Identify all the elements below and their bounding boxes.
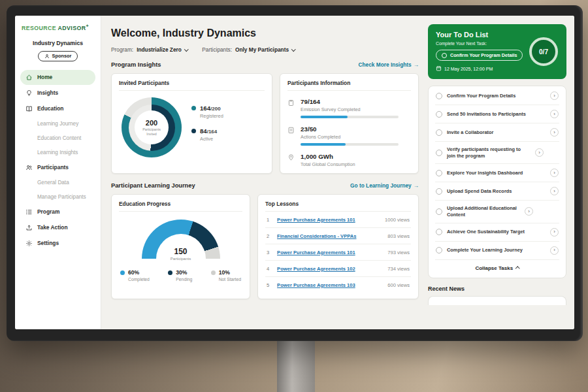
participants-filter-label: Participants: xyxy=(202,46,232,53)
chevron-right-button[interactable]: › xyxy=(550,128,559,137)
card-title: Education Progress xyxy=(119,201,242,212)
chevron-right-button[interactable]: › xyxy=(550,246,559,255)
task-row[interactable]: Explore Your Insights Dashboard › xyxy=(435,164,559,182)
task-row[interactable]: Upload Additional Educational Content › xyxy=(435,201,559,223)
donut-legend: 164/200 Registered 84/164 Active xyxy=(191,105,223,150)
monitor-stand xyxy=(277,336,315,392)
sidebar-item-home[interactable]: Home xyxy=(20,70,95,85)
sidebar: RESOURCE ADVISOR+ Industry Dynamics Spon… xyxy=(15,16,101,329)
checkbox-circle-icon[interactable] xyxy=(436,247,442,253)
chevron-right-button[interactable]: › xyxy=(550,169,559,177)
sidebar-item-manage-participants[interactable]: Manage Participants xyxy=(20,190,95,204)
checkbox-circle-icon[interactable] xyxy=(436,229,442,235)
sidebar-item-insights[interactable]: Insights xyxy=(20,86,95,101)
list-icon xyxy=(25,208,33,216)
sidebar-item-settings[interactable]: Settings xyxy=(20,236,95,251)
sponsor-badge-label: Sponsor xyxy=(52,53,72,59)
sidebar-item-participants[interactable]: Participants xyxy=(20,160,95,175)
monitor-bezel: RESOURCE ADVISOR+ Industry Dynamics Spon… xyxy=(7,5,583,341)
task-row[interactable]: Invite a Collaborator › xyxy=(435,123,559,142)
checkbox-circle-icon[interactable] xyxy=(436,93,442,99)
task-row[interactable]: Verify participants requesting to join t… xyxy=(435,142,559,164)
sidebar-item-label: Learning Journey xyxy=(37,121,78,127)
chevron-right-button[interactable]: › xyxy=(550,110,559,118)
sidebar-item-label: Education xyxy=(37,105,63,112)
card-title: Invited Participants xyxy=(119,80,265,91)
chevron-right-button[interactable]: › xyxy=(550,228,559,237)
lesson-link[interactable]: Financial Considerations - VPPAs xyxy=(277,233,382,239)
task-row[interactable]: Send 50 Invitations to Participants › xyxy=(435,105,559,123)
page-title: Welcome, Industry Dynamics xyxy=(111,27,419,39)
sidebar-item-learning-insights[interactable]: Learning Insights xyxy=(20,146,95,159)
chevron-right-button[interactable]: › xyxy=(550,91,559,100)
person-icon xyxy=(44,54,50,59)
chevron-right-button[interactable]: › xyxy=(550,187,559,195)
stat-row: 1,000 GWh Total Global Consumption xyxy=(287,153,411,167)
sidebar-item-label: Learning Insights xyxy=(37,150,78,155)
progress-bar xyxy=(301,143,399,146)
chevron-right-button[interactable]: › xyxy=(525,207,533,216)
task-row[interactable]: Complete Your Learning Journey › xyxy=(435,242,559,260)
sidebar-item-label: Settings xyxy=(37,240,59,246)
donut-center-label: Participants Invited xyxy=(139,127,165,136)
checkbox-circle-icon[interactable] xyxy=(436,170,442,176)
top-lessons-card: Top Lessons 1 Power Purchase Agreements … xyxy=(257,194,419,299)
checkbox-circle-icon[interactable] xyxy=(436,129,442,136)
participants-select[interactable]: Only My Participants xyxy=(235,46,295,53)
lesson-link[interactable]: Power Purchase Agreements 101 xyxy=(277,217,380,223)
sidebar-item-education[interactable]: Education xyxy=(20,101,95,116)
people-icon xyxy=(25,164,33,171)
checkbox-circle-icon xyxy=(442,53,447,58)
sidebar-item-label: Participants xyxy=(37,164,69,171)
chevron-down-icon xyxy=(291,47,295,51)
sidebar-item-take-action[interactable]: Take Action xyxy=(20,220,95,235)
task-row[interactable]: Achieve One Sustainability Target › xyxy=(435,223,559,242)
org-name: Industry Dynamics xyxy=(20,40,95,46)
todo-progress-ring: 0/7 xyxy=(529,37,558,66)
lesson-row: 3 Power Purchase Agreements 101 793 view… xyxy=(265,244,411,261)
program-select-value: Industrialize Zero xyxy=(137,46,182,53)
lesson-link[interactable]: Power Purchase Agreements 103 xyxy=(277,282,382,288)
next-task-pill[interactable]: Confirm Your Program Details xyxy=(436,50,523,61)
legend-item: 10% Not Started xyxy=(211,269,241,282)
clipboard-icon xyxy=(287,98,295,118)
checkbox-circle-icon[interactable] xyxy=(436,188,442,195)
check-more-insights-link[interactable]: Check More Insights→ xyxy=(359,61,419,68)
main-content: Welcome, Industry Dynamics Program: Indu… xyxy=(101,16,428,329)
logo-plus: + xyxy=(86,24,89,28)
go-to-learning-journey-link[interactable]: Go to Learning Journey→ xyxy=(350,182,419,189)
gauge-legend: 60% Completed 30% Pending xyxy=(119,269,242,282)
program-insights-heading: Program Insights xyxy=(111,61,161,68)
progress-bar xyxy=(301,116,399,118)
gauge-center-label: Participants xyxy=(140,257,221,261)
checkbox-circle-icon[interactable] xyxy=(436,111,442,118)
upload-action-icon xyxy=(25,224,33,231)
checkbox-circle-icon[interactable] xyxy=(436,150,442,156)
chevron-right-button[interactable]: › xyxy=(535,148,544,157)
task-row[interactable]: Upload Spend Data Records › xyxy=(435,182,559,201)
lesson-row: 5 Power Purchase Agreements 103 600 view… xyxy=(265,277,411,293)
stat-row: 23/50 Actions Completed xyxy=(287,125,411,146)
legend-dot-completed xyxy=(120,270,125,275)
recent-news-card xyxy=(428,296,566,305)
education-progress-gauge-chart: 150 Participants xyxy=(140,220,221,261)
checkbox-circle-icon[interactable] xyxy=(436,208,442,215)
todo-panel: Your To Do List Complete Your Next Task:… xyxy=(428,16,574,329)
lesson-row: 1 Power Purchase Agreements 101 1000 vie… xyxy=(265,212,411,228)
legend-item: 84/164 Active xyxy=(191,127,223,142)
lesson-link[interactable]: Power Purchase Agreements 102 xyxy=(277,266,382,272)
task-row[interactable]: Confirm Your Program Details › xyxy=(435,87,559,105)
legend-dot-registered xyxy=(191,106,196,110)
collapse-tasks-button[interactable]: Collapse Tasks xyxy=(435,260,559,277)
program-select[interactable]: Industrialize Zero xyxy=(137,46,188,53)
gear-icon xyxy=(25,240,33,247)
sidebar-item-general-data[interactable]: General Data xyxy=(20,176,95,189)
sidebar-item-learning-journey[interactable]: Learning Journey xyxy=(20,117,95,131)
sidebar-item-program[interactable]: Program xyxy=(20,204,95,220)
lesson-link[interactable]: Power Purchase Agreements 101 xyxy=(277,250,382,255)
desk-background: RESOURCE ADVISOR+ Industry Dynamics Spon… xyxy=(0,0,588,392)
program-filter-label: Program: xyxy=(111,46,133,53)
donut-center-value: 200 xyxy=(146,119,157,127)
sidebar-item-education-content[interactable]: Education Content xyxy=(20,131,95,145)
logo-text-resource: RESOURCE xyxy=(22,25,56,31)
